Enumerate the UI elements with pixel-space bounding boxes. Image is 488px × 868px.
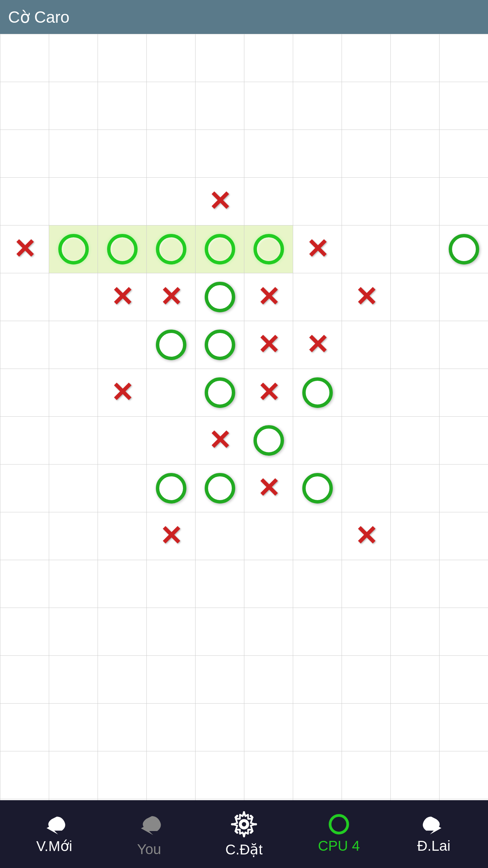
grid-cell[interactable] <box>147 560 196 608</box>
grid-cell[interactable] <box>293 417 342 465</box>
grid-cell[interactable] <box>0 512 49 560</box>
grid-cell[interactable] <box>49 178 98 225</box>
grid-cell[interactable] <box>391 178 440 225</box>
grid-cell[interactable] <box>342 560 391 608</box>
grid-cell[interactable] <box>196 608 244 656</box>
grid-cell[interactable] <box>440 273 488 321</box>
grid-cell[interactable] <box>391 799 440 800</box>
grid-cell[interactable]: ✕ <box>244 465 293 512</box>
grid-cell[interactable] <box>293 82 342 130</box>
grid-cell[interactable] <box>147 82 196 130</box>
grid-cell[interactable] <box>391 512 440 560</box>
grid-cell[interactable] <box>196 273 244 321</box>
undo-button[interactable]: Đ.Lai <box>400 814 468 854</box>
grid-cell[interactable] <box>391 560 440 608</box>
grid-cell[interactable] <box>0 799 49 800</box>
grid-cell[interactable] <box>98 178 147 225</box>
grid-cell[interactable] <box>440 417 488 465</box>
grid-cell[interactable] <box>293 799 342 800</box>
grid-cell[interactable] <box>342 369 391 417</box>
grid-cell[interactable] <box>147 704 196 751</box>
grid-cell[interactable] <box>98 34 147 82</box>
grid-cell[interactable] <box>98 130 147 178</box>
grid-cell[interactable] <box>293 273 342 321</box>
grid-cell[interactable] <box>391 369 440 417</box>
grid-cell[interactable] <box>147 321 196 369</box>
grid-cell[interactable] <box>196 799 244 800</box>
grid-cell[interactable] <box>196 130 244 178</box>
game-grid[interactable]: ✕✕✕✕✕✕✕✕✕✕✕✕✕✕✕ <box>0 34 488 800</box>
grid-cell[interactable] <box>440 751 488 799</box>
grid-cell[interactable]: ✕ <box>342 273 391 321</box>
grid-cell[interactable] <box>391 34 440 82</box>
grid-cell[interactable] <box>440 512 488 560</box>
grid-cell[interactable] <box>49 417 98 465</box>
grid-cell[interactable] <box>293 751 342 799</box>
grid-cell[interactable] <box>244 225 293 273</box>
grid-cell[interactable] <box>440 656 488 704</box>
grid-cell[interactable] <box>49 656 98 704</box>
grid-cell[interactable] <box>49 704 98 751</box>
grid-cell[interactable] <box>244 799 293 800</box>
grid-cell[interactable] <box>49 512 98 560</box>
grid-cell[interactable] <box>342 178 391 225</box>
game-area[interactable]: ✕✕✕✕✕✕✕✕✕✕✕✕✕✕✕ <box>0 34 488 800</box>
grid-cell[interactable] <box>0 465 49 512</box>
grid-cell[interactable] <box>49 751 98 799</box>
grid-cell[interactable]: ✕ <box>244 321 293 369</box>
grid-cell[interactable] <box>49 321 98 369</box>
grid-cell[interactable] <box>0 656 49 704</box>
grid-cell[interactable] <box>244 656 293 704</box>
grid-cell[interactable] <box>98 321 147 369</box>
grid-cell[interactable] <box>244 512 293 560</box>
grid-cell[interactable] <box>293 560 342 608</box>
grid-cell[interactable] <box>342 82 391 130</box>
grid-cell[interactable] <box>0 751 49 799</box>
grid-cell[interactable] <box>147 465 196 512</box>
grid-cell[interactable] <box>440 799 488 800</box>
grid-cell[interactable] <box>98 560 147 608</box>
grid-cell[interactable] <box>0 82 49 130</box>
grid-cell[interactable] <box>342 465 391 512</box>
grid-cell[interactable] <box>49 82 98 130</box>
grid-cell[interactable] <box>49 130 98 178</box>
grid-cell[interactable] <box>440 560 488 608</box>
grid-cell[interactable] <box>0 608 49 656</box>
grid-cell[interactable] <box>342 417 391 465</box>
grid-cell[interactable] <box>244 178 293 225</box>
grid-cell[interactable] <box>293 704 342 751</box>
grid-cell[interactable] <box>147 130 196 178</box>
grid-cell[interactable] <box>0 369 49 417</box>
grid-cell[interactable] <box>147 751 196 799</box>
grid-cell[interactable] <box>293 512 342 560</box>
grid-cell[interactable] <box>0 178 49 225</box>
grid-cell[interactable]: ✕ <box>98 273 147 321</box>
grid-cell[interactable] <box>391 608 440 656</box>
grid-cell[interactable]: ✕ <box>293 225 342 273</box>
grid-cell[interactable]: ✕ <box>293 321 342 369</box>
grid-cell[interactable] <box>391 130 440 178</box>
grid-cell[interactable] <box>391 704 440 751</box>
grid-cell[interactable] <box>391 225 440 273</box>
grid-cell[interactable] <box>244 130 293 178</box>
grid-cell[interactable] <box>196 560 244 608</box>
grid-cell[interactable] <box>440 178 488 225</box>
grid-cell[interactable] <box>342 751 391 799</box>
grid-cell[interactable] <box>49 34 98 82</box>
grid-cell[interactable] <box>49 799 98 800</box>
grid-cell[interactable] <box>0 130 49 178</box>
grid-cell[interactable] <box>147 178 196 225</box>
grid-cell[interactable] <box>440 608 488 656</box>
grid-cell[interactable] <box>98 512 147 560</box>
grid-cell[interactable] <box>49 369 98 417</box>
grid-cell[interactable] <box>391 273 440 321</box>
grid-cell[interactable] <box>342 704 391 751</box>
grid-cell[interactable] <box>196 82 244 130</box>
grid-cell[interactable] <box>391 417 440 465</box>
grid-cell[interactable]: ✕ <box>244 369 293 417</box>
grid-cell[interactable] <box>98 704 147 751</box>
grid-cell[interactable] <box>342 130 391 178</box>
grid-cell[interactable]: ✕ <box>196 417 244 465</box>
grid-cell[interactable] <box>147 417 196 465</box>
grid-cell[interactable] <box>244 34 293 82</box>
